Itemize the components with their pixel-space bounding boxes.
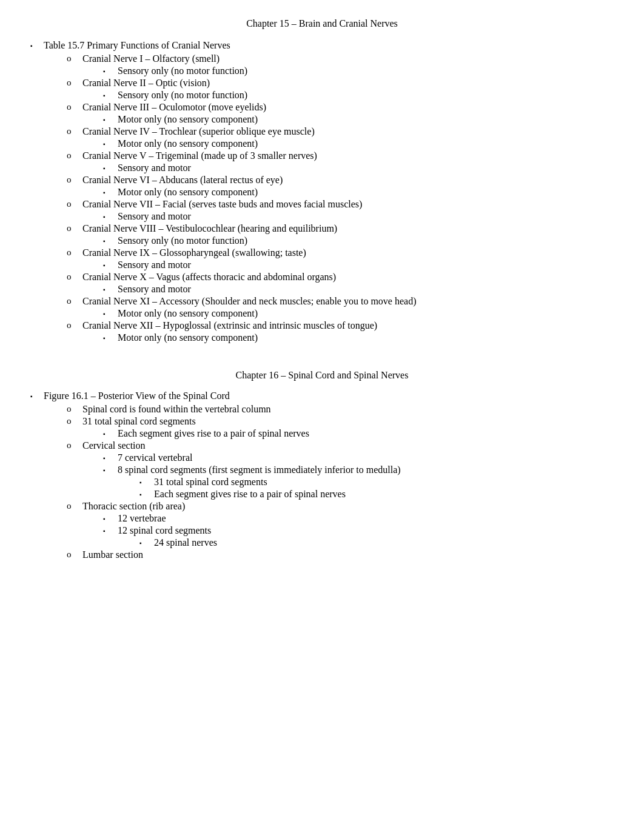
sub-bullet-icon: ▪ <box>103 335 114 341</box>
o-bullet: o <box>67 247 80 258</box>
list-item: ▪24 spinal nerves <box>30 537 614 548</box>
list-item-text: Cranial Nerve XI – Accessory (Shoulder a… <box>82 296 417 307</box>
list-item-text: Cranial Nerve XII – Hypoglossal (extrins… <box>82 320 377 331</box>
list-item: ▪Sensory and motor <box>30 211 614 222</box>
list-item-text: Each segment gives rise to a pair of spi… <box>118 428 309 439</box>
list-item: oCranial Nerve II – Optic (vision) <box>30 78 614 89</box>
list-item-text: 31 total spinal cord segments <box>154 477 267 488</box>
top-level-item: ▪Figure 16.1 – Posterior View of the Spi… <box>30 391 614 401</box>
list-item-text: Lumbar section <box>82 549 143 560</box>
list-item: ▪Sensory and motor <box>30 260 614 270</box>
list-item-text: Cranial Nerve VIII – Vestibulocochlear (… <box>82 223 337 234</box>
list-item: oCranial Nerve IX – Glossopharyngeal (sw… <box>30 247 614 258</box>
list-item: oCranial Nerve IV – Trochlear (superior … <box>30 126 614 137</box>
sub-bullet-icon: ▪ <box>103 455 114 461</box>
o-bullet: o <box>67 272 80 282</box>
list-item: oCranial Nerve VIII – Vestibulocochlear … <box>30 223 614 234</box>
subsub-bullet-icon: ▪ <box>139 479 150 486</box>
list-item-text: Motor only (no sensory component) <box>118 332 258 343</box>
list-item-text: Each segment gives rise to a pair of spi… <box>154 489 346 500</box>
subsub-bullet-icon: ▪ <box>139 540 150 546</box>
top-level-text: Table 15.7 Primary Functions of Cranial … <box>44 40 230 51</box>
list-item-text: Sensory and motor <box>118 211 191 222</box>
list-item: oCranial Nerve V – Trigeminal (made up o… <box>30 150 614 161</box>
list-item: ▪12 vertebrae <box>30 513 614 524</box>
o-bullet: o <box>67 296 80 306</box>
sub-bullet-icon: ▪ <box>103 310 114 317</box>
list-item-text: 24 spinal nerves <box>154 537 217 548</box>
sub-bullet-icon: ▪ <box>103 141 114 147</box>
o-bullet: o <box>67 102 80 112</box>
sub-bullet-icon: ▪ <box>103 165 114 172</box>
top-level-item: ▪Table 15.7 Primary Functions of Cranial… <box>30 40 614 51</box>
list-item-text: Cranial Nerve IV – Trochlear (superior o… <box>82 126 315 137</box>
sub-bullet-icon: ▪ <box>103 116 114 123</box>
list-item-text: Motor only (no sensory component) <box>118 114 258 125</box>
list-item: ▪31 total spinal cord segments <box>30 477 614 488</box>
list-item: ▪Motor only (no sensory component) <box>30 308 614 319</box>
list-item: ▪Motor only (no sensory component) <box>30 138 614 149</box>
sub-bullet-icon: ▪ <box>103 515 114 522</box>
list-item: o31 total spinal cord segments <box>30 416 614 427</box>
list-item: ▪Sensory only (no motor function) <box>30 235 614 246</box>
list-item-text: Sensory only (no motor function) <box>118 65 247 76</box>
list-item-text: Sensory only (no motor function) <box>118 90 247 101</box>
sub-bullet-icon: ▪ <box>103 467 114 474</box>
list-item: ▪12 spinal cord segments <box>30 525 614 536</box>
list-item: ▪Sensory only (no motor function) <box>30 65 614 76</box>
list-item: ▪Motor only (no sensory component) <box>30 114 614 125</box>
list-item: oCranial Nerve XI – Accessory (Shoulder … <box>30 296 614 307</box>
sub-bullet-icon: ▪ <box>103 189 114 196</box>
list-item: oCranial Nerve VII – Facial (serves tast… <box>30 199 614 210</box>
list-item-text: Cranial Nerve IX – Glossopharyngeal (swa… <box>82 247 306 258</box>
list-item: ▪Sensory only (no motor function) <box>30 90 614 101</box>
sub-bullet-icon: ▪ <box>103 262 114 269</box>
o-bullet: o <box>67 501 80 511</box>
sub-bullet-icon: ▪ <box>103 213 114 220</box>
sub-bullet-icon: ▪ <box>103 92 114 99</box>
list-item: oCranial Nerve VI – Abducans (lateral re… <box>30 175 614 186</box>
o-bullet: o <box>67 175 80 185</box>
o-bullet: o <box>67 199 80 209</box>
list-item: ▪Motor only (no sensory component) <box>30 187 614 198</box>
list-item: ▪Sensory and motor <box>30 163 614 173</box>
o-bullet: o <box>67 53 80 64</box>
o-bullet: o <box>67 126 80 136</box>
sub-bullet-icon: ▪ <box>103 238 114 244</box>
chapter15-header: Chapter 15 – Brain and Cranial Nerves <box>246 18 398 29</box>
list-item: oCranial Nerve III – Oculomotor (move ey… <box>30 102 614 113</box>
list-item-text: Spinal cord is found within the vertebra… <box>82 404 271 415</box>
list-item: oLumbar section <box>30 549 614 560</box>
o-bullet: o <box>67 404 80 414</box>
sub-bullet-icon: ▪ <box>103 286 114 293</box>
list-item: oThoracic section (rib area) <box>30 501 614 512</box>
o-bullet: o <box>67 78 80 88</box>
list-item-text: 12 vertebrae <box>118 513 166 524</box>
o-bullet: o <box>67 440 80 451</box>
list-item-text: Sensory and motor <box>118 260 191 270</box>
list-item-text: Cranial Nerve I – Olfactory (smell) <box>82 53 220 64</box>
chapter16-header: Chapter 16 – Spinal Cord and Spinal Nerv… <box>30 370 614 381</box>
list-item: oCranial Nerve X – Vagus (affects thorac… <box>30 272 614 283</box>
list-item-text: Cranial Nerve V – Trigeminal (made up of… <box>82 150 317 161</box>
o-bullet: o <box>67 223 80 233</box>
o-bullet: o <box>67 320 80 330</box>
bullet-icon: ▪ <box>30 42 39 49</box>
top-level-text: Figure 16.1 – Posterior View of the Spin… <box>44 391 230 401</box>
list-item: ▪8 spinal cord segments (first segment i… <box>30 464 614 475</box>
list-item: ▪Sensory and motor <box>30 284 614 295</box>
list-item: oSpinal cord is found within the vertebr… <box>30 404 614 415</box>
list-item-text: Cervical section <box>82 440 146 451</box>
list-item-text: Sensory only (no motor function) <box>118 235 247 246</box>
o-bullet: o <box>67 150 80 161</box>
subsub-bullet-icon: ▪ <box>139 491 150 498</box>
list-item-text: Cranial Nerve VI – Abducans (lateral rec… <box>82 175 283 186</box>
list-item-text: Thoracic section (rib area) <box>82 501 185 512</box>
list-item-text: 12 spinal cord segments <box>118 525 211 536</box>
list-item: ▪7 cervical vertebral <box>30 452 614 463</box>
list-item-text: 8 spinal cord segments (first segment is… <box>118 464 401 475</box>
list-item: oCranial Nerve I – Olfactory (smell) <box>30 53 614 64</box>
list-item-text: Cranial Nerve VII – Facial (serves taste… <box>82 199 362 210</box>
o-bullet: o <box>67 416 80 426</box>
page-header: Chapter 15 – Brain and Cranial Nerves <box>30 18 614 29</box>
